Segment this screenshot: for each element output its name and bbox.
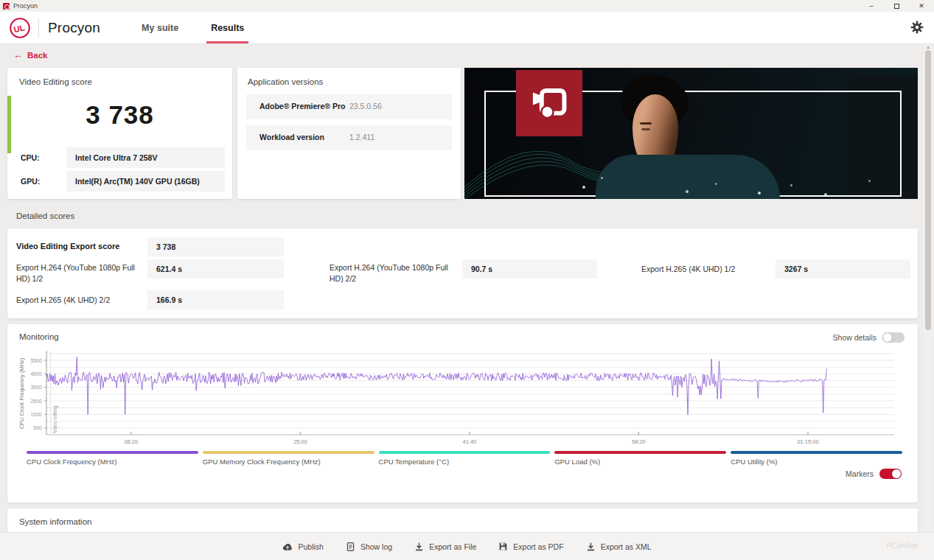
svg-text:58:20: 58:20 xyxy=(632,438,646,445)
legend-color-bar xyxy=(731,451,902,454)
legend-item[interactable]: GPU Load (%) xyxy=(554,451,726,466)
svg-text:UL: UL xyxy=(13,23,25,34)
legend-item[interactable]: CPU Clock Frequency (MHz) xyxy=(27,451,198,466)
publish-button[interactable]: Publish xyxy=(282,542,323,551)
download-icon xyxy=(586,542,596,552)
svg-text:01:15:00: 01:15:00 xyxy=(797,438,818,445)
h265-1-label: Export H.265 (4K UHD) 1/2 xyxy=(641,264,768,275)
legend-item[interactable]: CPU Utility (%) xyxy=(731,451,902,466)
markers-label: Markers xyxy=(846,469,874,478)
export-file-label: Export as File xyxy=(429,542,476,551)
workload-version-row: Workload version 1.2.411 xyxy=(246,125,452,150)
export-pdf-label: Export as PDF xyxy=(513,542,563,551)
monitoring-card: Monitoring Show details 5001500250035004… xyxy=(7,324,918,503)
h264-2-label: Export H.264 (YouTube 1080p Full HD) 2/2 xyxy=(330,262,456,284)
legend-color-bar xyxy=(203,451,374,454)
back-button[interactable]: ← Back xyxy=(13,49,48,60)
window-title: Procyon xyxy=(13,2,38,10)
gpu-value: Intel(R) Arc(TM) 140V GPU (16GB) xyxy=(66,171,225,192)
show-details-toggle[interactable] xyxy=(882,332,905,343)
svg-text:41:40: 41:40 xyxy=(463,438,477,445)
detailed-scores-title: Detailed scores xyxy=(16,211,74,220)
bokeh-dot xyxy=(790,184,792,186)
back-label: Back xyxy=(27,51,48,60)
document-icon xyxy=(346,542,355,552)
video-camera-icon xyxy=(530,86,568,120)
svg-text:3500: 3500 xyxy=(30,385,42,390)
toggle-knob xyxy=(883,333,892,342)
scroll-up-icon[interactable]: ▲ xyxy=(926,45,930,49)
video-editing-badge xyxy=(516,70,582,136)
publish-label: Publish xyxy=(298,542,323,551)
window-titlebar: Procyon – ✕ xyxy=(0,0,934,12)
main-nav: My suite Results xyxy=(125,12,260,43)
show-log-label: Show log xyxy=(360,542,392,551)
bokeh-dot xyxy=(582,186,585,189)
settings-button[interactable] xyxy=(910,21,925,35)
h265-1-value: 3267 s xyxy=(776,259,910,279)
close-button[interactable]: ✕ xyxy=(909,0,934,12)
cpu-row: CPU: Intel Core Ultra 7 258V xyxy=(7,147,232,168)
scrollbar-thumb[interactable] xyxy=(925,50,931,330)
divider xyxy=(38,18,39,38)
markers-toggle[interactable] xyxy=(879,469,902,479)
export-as-pdf-button[interactable]: Export as PDF xyxy=(498,542,563,551)
legend-label: CPU Clock Frequency (MHz) xyxy=(27,458,198,466)
gpu-label: GPU: xyxy=(21,177,40,186)
legend-color-bar xyxy=(27,451,198,454)
bokeh-dot xyxy=(824,193,827,196)
premiere-label: Adobe® Premiere® Pro xyxy=(259,102,345,111)
show-log-button[interactable]: Show log xyxy=(346,542,392,552)
hero-image xyxy=(464,68,918,199)
legend-item[interactable]: CPU Temperature (°C) xyxy=(379,451,551,466)
svg-text:08:20: 08:20 xyxy=(124,438,138,445)
footer-toolbar: Publish Show log Export as File Export xyxy=(0,532,934,560)
chart-legend: CPU Clock Frequency (MHz)GPU Memory Cloc… xyxy=(27,451,902,466)
cpu-value: Intel Core Ultra 7 258V xyxy=(66,147,225,168)
vertical-scrollbar[interactable]: ▲ xyxy=(924,44,933,532)
legend-label: CPU Utility (%) xyxy=(731,458,902,466)
svg-text:4500: 4500 xyxy=(30,371,42,377)
bokeh-dot xyxy=(715,183,717,185)
export-score-value: 3 738 xyxy=(147,237,284,256)
markers-control[interactable]: Markers xyxy=(846,469,902,479)
premiere-version: 23.5.0.56 xyxy=(349,102,382,111)
ul-logo-icon: UL xyxy=(9,17,31,39)
legend-label: GPU Load (%) xyxy=(554,458,726,466)
watermark: PConline xyxy=(886,541,918,550)
bokeh-dot xyxy=(601,177,603,179)
detailed-scores-card: Video Editing Export score 3 738 Export … xyxy=(7,228,918,318)
export-xml-label: Export as XML xyxy=(601,542,652,551)
svg-text:500: 500 xyxy=(33,425,42,430)
tab-my-suite[interactable]: My suite xyxy=(125,12,195,43)
application-versions-card: Application versions Adobe® Premiere® Pr… xyxy=(237,68,461,199)
legend-color-bar xyxy=(554,451,726,454)
maximize-icon xyxy=(894,4,899,9)
bokeh-dot xyxy=(758,192,761,195)
legend-item[interactable]: GPU Memory Clock Frequency (MHz) xyxy=(203,451,374,466)
svg-text:25:00: 25:00 xyxy=(293,438,307,445)
monitoring-title: Monitoring xyxy=(19,332,59,341)
h264-2-value: 90.7 s xyxy=(462,259,597,279)
minimize-button[interactable]: – xyxy=(859,0,884,12)
premiere-version-row: Adobe® Premiere® Pro 23.5.0.56 xyxy=(246,94,452,119)
hero-person-detail xyxy=(640,122,652,125)
h265-2-value: 166.9 s xyxy=(147,290,284,309)
gpu-row: GPU: Intel(R) Arc(TM) 140V GPU (16GB) xyxy=(7,171,232,192)
svg-text:1500: 1500 xyxy=(30,412,42,417)
bokeh-dot xyxy=(686,190,689,193)
cpu-label: CPU: xyxy=(21,153,40,162)
video-editing-score-card: Video Editing score 3 738 CPU: Intel Cor… xyxy=(7,68,232,199)
svg-text:CPU Clock Frequency (MHz): CPU Clock Frequency (MHz) xyxy=(18,357,25,429)
export-as-xml-button[interactable]: Export as XML xyxy=(586,542,652,552)
maximize-button[interactable] xyxy=(884,0,909,12)
workload-version: 1.2.411 xyxy=(349,133,374,141)
tab-results[interactable]: Results xyxy=(195,12,260,43)
download-icon xyxy=(414,542,424,552)
score-value: 3 738 xyxy=(7,100,232,130)
toggle-knob xyxy=(892,469,901,478)
save-icon xyxy=(498,542,508,551)
export-as-file-button[interactable]: Export as File xyxy=(414,542,476,552)
show-details-control[interactable]: Show details xyxy=(832,332,905,343)
legend-color-bar xyxy=(379,451,551,454)
